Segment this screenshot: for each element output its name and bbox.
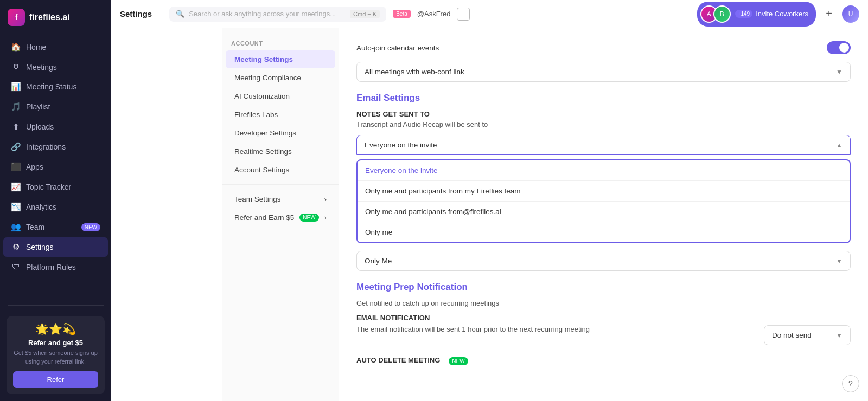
developer-settings-label: Developer Settings bbox=[234, 129, 296, 137]
sidebar-bottom: 🌟⭐💫 Refer and get $5 Get $5 when someone… bbox=[0, 309, 111, 401]
add-button[interactable]: + bbox=[821, 7, 837, 22]
ai-customization-label: AI Customization bbox=[234, 92, 290, 100]
topic-tracker-icon: 📈 bbox=[11, 182, 21, 192]
settings-item-refer-earn[interactable]: Refer and Earn $5 NEW › bbox=[226, 209, 335, 227]
settings-item-team-settings[interactable]: Team Settings › bbox=[226, 190, 335, 208]
dropdown-option-label: Only me and participants from@fireflies.… bbox=[365, 208, 501, 216]
search-shortcut: Cmd + K bbox=[350, 10, 380, 18]
settings-item-meeting-compliance[interactable]: Meeting Compliance bbox=[226, 69, 335, 87]
sidebar-item-uploads[interactable]: ⬆ Uploads bbox=[3, 117, 108, 137]
team-settings-arrow: › bbox=[324, 195, 327, 203]
notes-label: NOTES GET SENT TO bbox=[356, 110, 851, 118]
team-badge: NEW bbox=[81, 223, 100, 231]
sidebar-item-topic-tracker[interactable]: 📈 Topic Tracker bbox=[3, 177, 108, 197]
topbar-title: Settings bbox=[120, 9, 152, 18]
search-icon: 🔍 bbox=[176, 10, 184, 18]
sidebar-divider bbox=[8, 305, 104, 306]
meetings-icon: 🎙 bbox=[11, 62, 21, 72]
auto-join-label: Auto-join calendar events bbox=[356, 44, 439, 52]
team-settings-label: Team Settings bbox=[234, 195, 281, 203]
referral-desc: Get $5 when someone signs up using your … bbox=[13, 349, 98, 366]
content-area: Account Meeting Settings Meeting Complia… bbox=[222, 28, 868, 401]
refer-earn-badge: NEW bbox=[299, 214, 318, 222]
askfred-button[interactable]: @AskFred bbox=[417, 10, 451, 18]
refer-earn-arrow: › bbox=[324, 214, 327, 222]
sidebar-item-label: Topic Tracker bbox=[26, 183, 71, 191]
sidebar-item-playlist[interactable]: 🎵 Playlist bbox=[3, 97, 108, 117]
dropdown-option-label: Everyone on the invite bbox=[365, 166, 438, 174]
logo-icon: f bbox=[8, 9, 25, 26]
notes-desc: Transcript and Audio Recap will be sent … bbox=[356, 120, 851, 128]
analytics-icon: 📉 bbox=[11, 202, 21, 212]
sidebar-item-platform-rules[interactable]: 🛡 Platform Rules bbox=[3, 257, 108, 276]
main-content: Auto-join calendar events All meetings w… bbox=[339, 28, 868, 401]
meeting-prep-desc: Get notified to catch up on recurring me… bbox=[356, 299, 851, 307]
meetings-dropdown-chevron: ▼ bbox=[836, 68, 843, 76]
dropdown-option-everyone[interactable]: Everyone on the invite bbox=[358, 160, 850, 181]
realtime-settings-label: Realtime Settings bbox=[234, 147, 292, 156]
playlist-icon: 🎵 bbox=[11, 102, 21, 112]
notes-recipient-chevron: ▲ bbox=[836, 141, 843, 149]
sidebar-item-label: Meeting Status bbox=[26, 82, 76, 91]
sidebar-item-label: Playlist bbox=[26, 102, 50, 111]
meetings-dropdown[interactable]: All meetings with web-conf link ▼ bbox=[356, 62, 851, 82]
refer-earn-label: Refer and Earn $5 bbox=[234, 214, 294, 222]
help-button[interactable]: ? bbox=[842, 375, 859, 392]
beta-badge: Beta bbox=[393, 10, 411, 18]
settings-item-meeting-settings[interactable]: Meeting Settings bbox=[226, 50, 335, 68]
second-dropdown-chevron: ▼ bbox=[836, 257, 843, 265]
user-avatar[interactable]: U bbox=[842, 5, 859, 23]
dropdown-option-ff-participants[interactable]: Only me and participants from@fireflies.… bbox=[358, 202, 850, 222]
sidebar-item-label: Settings bbox=[26, 243, 54, 251]
notes-recipient-dropdown[interactable]: Everyone on the invite ▲ bbox=[356, 135, 851, 155]
settings-item-account-settings[interactable]: Account Settings bbox=[226, 161, 335, 179]
auto-join-toggle[interactable] bbox=[827, 41, 851, 54]
arrow-pointer bbox=[339, 171, 341, 198]
dropdown-option-team-participants[interactable]: Only me and participants from my Firefli… bbox=[358, 181, 850, 202]
settings-item-developer-settings[interactable]: Developer Settings bbox=[226, 124, 335, 142]
sidebar-item-home[interactable]: 🏠 Home bbox=[3, 37, 108, 57]
notes-recipient-value: Everyone on the invite bbox=[365, 141, 437, 149]
auto-delete-badge: NEW bbox=[449, 357, 468, 365]
logo-text: fireflies.ai bbox=[29, 12, 70, 22]
referral-title: Refer and get $5 bbox=[13, 339, 98, 347]
coworkers-count: +149 bbox=[735, 10, 753, 18]
invite-coworkers-button[interactable]: A B +149 Invite Coworkers bbox=[697, 2, 816, 27]
sidebar-item-label: Meetings bbox=[26, 63, 57, 72]
second-dropdown[interactable]: Only Me ▼ bbox=[356, 251, 851, 271]
meeting-prep-heading: Meeting Prep Notification bbox=[356, 282, 851, 293]
settings-item-fireflies-labs[interactable]: Fireflies Labs bbox=[226, 106, 335, 124]
home-icon: 🏠 bbox=[11, 42, 21, 52]
second-dropdown-value: Only Me bbox=[365, 257, 392, 265]
search-bar[interactable]: 🔍 Search or ask anything across your mee… bbox=[169, 7, 386, 22]
sidebar-item-label: Home bbox=[26, 43, 46, 51]
sidebar-item-integrations[interactable]: 🔗 Integrations bbox=[3, 137, 108, 157]
email-notification-desc: The email notification will be sent 1 ho… bbox=[356, 325, 590, 333]
email-notification-chevron: ▼ bbox=[836, 332, 843, 339]
sidebar-item-analytics[interactable]: 📉 Analytics bbox=[3, 197, 108, 217]
refer-button[interactable]: Refer bbox=[13, 371, 98, 388]
sidebar-item-meeting-status[interactable]: 📊 Meeting Status bbox=[3, 77, 108, 96]
sidebar: f fireflies.ai 🏠 Home 🎙 Meetings 📊 Meeti… bbox=[0, 0, 111, 401]
logo[interactable]: f fireflies.ai bbox=[0, 0, 111, 35]
dropdown-option-only-me[interactable]: Only me bbox=[358, 222, 850, 242]
topbar-right: A B +149 Invite Coworkers + U bbox=[697, 2, 859, 27]
sidebar-item-apps[interactable]: ⬛ Apps bbox=[3, 157, 108, 177]
sidebar-item-label: Team bbox=[26, 223, 44, 231]
integrations-icon: 🔗 bbox=[11, 142, 21, 152]
sidebar-nav: 🏠 Home 🎙 Meetings 📊 Meeting Status 🎵 Pla… bbox=[0, 35, 111, 302]
settings-item-ai-customization[interactable]: AI Customization bbox=[226, 87, 335, 105]
sidebar-item-label: Integrations bbox=[26, 143, 66, 151]
sidebar-item-settings[interactable]: ⚙ Settings bbox=[3, 237, 108, 257]
fireflies-labs-label: Fireflies Labs bbox=[234, 111, 278, 119]
email-notification-dropdown[interactable]: Do not send ▼ bbox=[764, 325, 851, 345]
topbar: Settings 🔍 Search or ask anything across… bbox=[111, 0, 868, 28]
referral-emoji: 🌟⭐💫 bbox=[13, 322, 98, 335]
sidebar-item-team[interactable]: 👥 Team NEW bbox=[3, 217, 108, 237]
square-button[interactable] bbox=[457, 8, 470, 21]
email-settings-heading: Email Settings bbox=[356, 93, 851, 104]
settings-item-realtime-settings[interactable]: Realtime Settings bbox=[226, 143, 335, 160]
sidebar-item-label: Platform Rules bbox=[26, 263, 76, 271]
account-settings-label: Account Settings bbox=[234, 166, 289, 174]
sidebar-item-meetings[interactable]: 🎙 Meetings bbox=[3, 57, 108, 76]
